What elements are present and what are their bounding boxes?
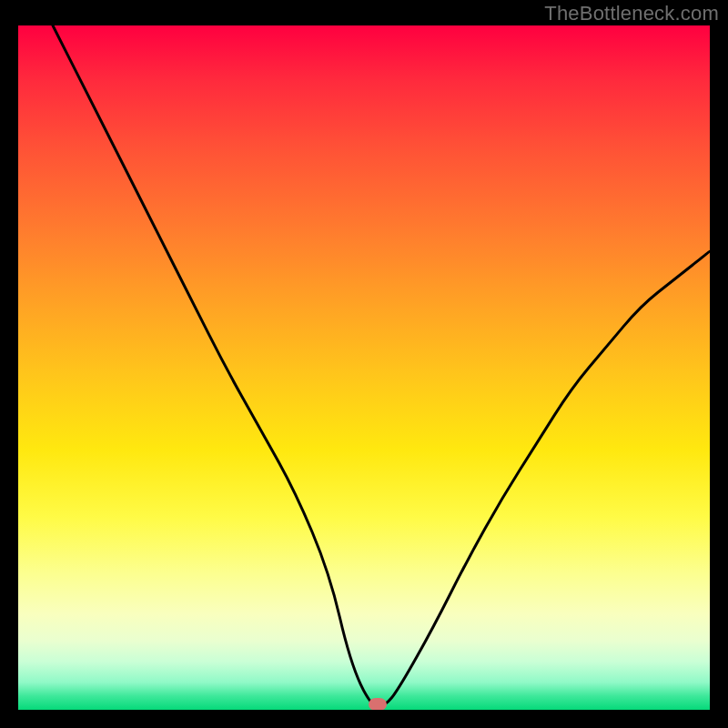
- optimal-point-marker: [369, 698, 387, 710]
- watermark-text: TheBottleneck.com: [544, 2, 719, 25]
- chart-frame: TheBottleneck.com: [0, 0, 728, 728]
- plot-area: [18, 25, 710, 710]
- bottleneck-curve-svg: [18, 25, 710, 710]
- bottleneck-curve-path: [53, 25, 710, 706]
